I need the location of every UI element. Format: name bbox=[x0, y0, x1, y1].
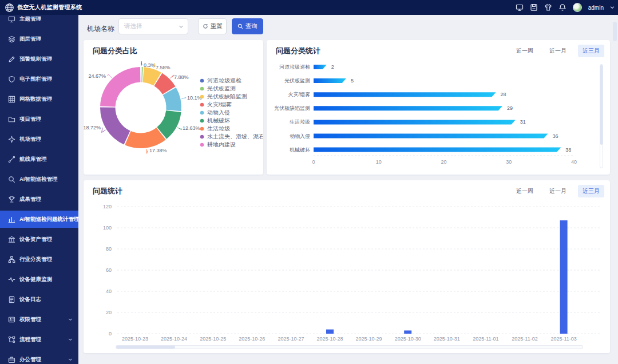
sidebar-item-label: 权限管理 bbox=[19, 316, 41, 323]
tab-近一月[interactable]: 近一月 bbox=[545, 45, 571, 57]
sidebar-item-device-health[interactable]: 设备健康监测 bbox=[0, 271, 78, 288]
sidebar-item-grid-data[interactable]: 网格数据管理 bbox=[0, 90, 78, 108]
legend-label: 机械破坏 bbox=[207, 117, 230, 124]
legend-item-2[interactable]: 光伏板缺陷监测 bbox=[200, 93, 247, 100]
sidebar-item-permissions[interactable]: 权限管理 bbox=[0, 311, 78, 328]
pie-chart: 0.3%7.58%7.88%10.1%12.63%17.38%18.72%24.… bbox=[84, 40, 263, 175]
legend-dot bbox=[200, 119, 204, 122]
hbar-bar-4[interactable] bbox=[314, 120, 516, 124]
vbar-y-tick: 100 bbox=[103, 225, 112, 231]
tab-近一月[interactable]: 近一月 bbox=[545, 185, 571, 197]
search-icon bbox=[237, 23, 243, 29]
legend-dot bbox=[200, 95, 204, 98]
app-logo globe-icon bbox=[5, 3, 14, 13]
legend-dot bbox=[200, 127, 204, 130]
vbar-x-label: 2025-10-25 bbox=[200, 336, 226, 342]
sidebar-item-theme[interactable]: 主题管理 bbox=[0, 15, 78, 27]
sidebar-item-e-fence[interactable]: 电子围栏管理 bbox=[0, 70, 78, 88]
legend-dot bbox=[200, 111, 204, 114]
tree-icon bbox=[8, 256, 15, 263]
folder-icon bbox=[8, 116, 15, 123]
tab-近三月[interactable]: 近三月 bbox=[578, 185, 604, 197]
legend-item-7[interactable]: 水土流失、滑坡、泥石流 bbox=[200, 133, 263, 140]
sidebar-item-achievements[interactable]: 成果管理 bbox=[0, 191, 78, 208]
pie-slice-0[interactable] bbox=[141, 67, 141, 82]
airport-select[interactable]: 请选择 bbox=[118, 18, 188, 34]
sidebar-item-layers[interactable]: 图层管理 bbox=[0, 30, 78, 48]
refresh-icon bbox=[203, 23, 208, 29]
shield-icon bbox=[8, 76, 15, 83]
scrollbar-thumb[interactable] bbox=[600, 65, 603, 145]
hbar-bar-2[interactable] bbox=[314, 92, 496, 97]
hbar-bar-6[interactable] bbox=[314, 148, 561, 152]
hbar-bar-0[interactable] bbox=[314, 65, 327, 69]
save-icon[interactable] bbox=[530, 3, 538, 11]
monitor-icon bbox=[8, 15, 15, 23]
legend-item-1[interactable]: 光伏板监测 bbox=[200, 85, 236, 92]
chevron-down-icon[interactable] bbox=[610, 5, 615, 10]
pie-percent-label: 18.72% bbox=[84, 125, 101, 130]
legend-dot bbox=[200, 135, 204, 139]
reset-button[interactable]: 重置 bbox=[198, 18, 227, 34]
query-button-label: 查询 bbox=[245, 22, 258, 30]
hbar-bar-3[interactable] bbox=[314, 106, 502, 110]
page-scrollbar-thumb[interactable] bbox=[613, 22, 617, 41]
hbar-value-label: 38 bbox=[565, 147, 571, 153]
sidebar-item-office[interactable]: 办公管理 bbox=[0, 351, 78, 364]
username[interactable]: admin bbox=[588, 5, 604, 11]
sidebar-item-ai-inspect[interactable]: AI智能巡检管理 bbox=[0, 171, 78, 188]
pie-slice-7[interactable] bbox=[100, 108, 130, 145]
pie-chart-title: 问题分类占比 bbox=[93, 46, 137, 56]
hbar-bar-5[interactable] bbox=[314, 134, 548, 139]
chevron-down-icon bbox=[68, 337, 73, 342]
hbar-category-label: 河道垃圾巡检 bbox=[279, 64, 310, 70]
tab-近三月[interactable]: 近三月 bbox=[578, 45, 604, 57]
vbar-bar-7[interactable] bbox=[404, 330, 411, 334]
tab-近一周[interactable]: 近一周 bbox=[512, 185, 538, 197]
hbar-x-tick: 30 bbox=[506, 159, 512, 165]
legend-dot bbox=[200, 143, 204, 147]
tab-近一周[interactable]: 近一周 bbox=[512, 45, 538, 57]
sidebar-item-warning-rules[interactable]: 预警规则管理 bbox=[0, 50, 78, 68]
sidebar-item-route-lib[interactable]: 航线库管理 bbox=[0, 151, 78, 168]
data-zoom-slider[interactable] bbox=[116, 345, 583, 349]
sidebar-item-workflow[interactable]: 流程管理 bbox=[0, 331, 78, 348]
sidebar-item-airport[interactable]: 机场管理 bbox=[0, 130, 78, 148]
route-icon bbox=[8, 156, 15, 163]
sidebar-item-device-logs[interactable]: 设备日志 bbox=[0, 291, 78, 308]
sidebar-item-project[interactable]: 项目管理 bbox=[0, 110, 78, 128]
hbar-category-label: 火灾/烟雾 bbox=[288, 92, 310, 97]
monitor-icon[interactable] bbox=[516, 3, 524, 11]
vbar-x-label: 2025-11-01 bbox=[473, 336, 498, 342]
pie-label-leader bbox=[141, 61, 142, 66]
pie-slice-6[interactable] bbox=[125, 128, 165, 148]
chart-vertical-scrollbar[interactable] bbox=[600, 64, 603, 168]
legend-item-0[interactable]: 河道垃圾巡检 bbox=[200, 77, 241, 84]
pie-percent-label: 10.1% bbox=[187, 95, 202, 101]
sidebar-item-industry[interactable]: 行业分类管理 bbox=[0, 251, 78, 268]
data-zoom-thumb[interactable] bbox=[116, 346, 175, 349]
legend-item-4[interactable]: 动物入侵 bbox=[200, 109, 230, 116]
query-button[interactable]: 查询 bbox=[232, 18, 263, 34]
pie-slice-1[interactable] bbox=[141, 67, 142, 82]
hbar-bar-1[interactable] bbox=[314, 78, 346, 83]
legend-item-8[interactable]: 耕地内建设 bbox=[200, 141, 236, 148]
theme-icon[interactable] bbox=[544, 3, 552, 11]
sidebar-item-ai-stats[interactable]: AI智能巡检问题统计管理 bbox=[0, 211, 78, 228]
vbar-x-label: 2025-10-30 bbox=[395, 336, 421, 342]
flow-icon bbox=[8, 336, 15, 343]
bell-icon[interactable] bbox=[558, 3, 566, 11]
search-icon bbox=[8, 176, 15, 183]
pie-label-leader bbox=[146, 149, 148, 153]
sidebar-item-device-assets[interactable]: 设备资产管理 bbox=[0, 231, 78, 248]
sidebar-item-label: AI智能巡检问题统计管理 bbox=[19, 216, 78, 223]
legend-item-5[interactable]: 机械破坏 bbox=[200, 117, 230, 124]
time-range-tabs: 近一周近一月近三月 bbox=[512, 185, 604, 197]
vbar-bar-11[interactable] bbox=[560, 220, 568, 334]
pie-slice-8[interactable] bbox=[100, 67, 140, 106]
vbar-x-label: 2025-10-23 bbox=[122, 336, 148, 342]
legend-item-3[interactable]: 火灾/烟雾 bbox=[200, 101, 232, 108]
legend-item-6[interactable]: 生活垃圾 bbox=[200, 125, 231, 132]
avatar[interactable] bbox=[573, 3, 582, 12]
vbar-bar-5[interactable] bbox=[326, 330, 334, 334]
